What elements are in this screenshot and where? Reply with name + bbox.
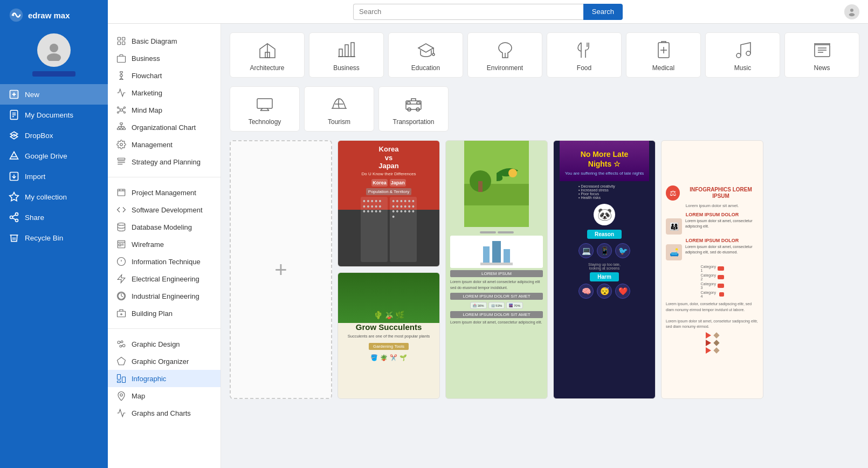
svg-rect-51 — [118, 158, 125, 160]
svg-rect-74 — [118, 375, 121, 380]
category-business-label: Business — [333, 64, 360, 72]
sidebar-item-new[interactable]: New — [0, 84, 108, 105]
menu-item-infographic[interactable]: Infographic — [108, 370, 221, 387]
template-infographic[interactable]: ⚖ INFOGRAPHICS LOREM IPSUM Lorem ipsum d… — [661, 140, 763, 399]
category-transportation[interactable]: Transportation — [378, 86, 449, 132]
sidebar-item-google-drive[interactable]: Google Drive — [0, 146, 108, 166]
svg-rect-24 — [122, 37, 125, 40]
svg-point-17 — [10, 216, 13, 219]
menu-item-flowchart[interactable]: Flowchart — [108, 67, 221, 84]
menu-item-database-modeling[interactable]: Database Modeling — [108, 218, 221, 236]
svg-line-38 — [119, 108, 120, 109]
category-food-label: Food — [577, 64, 591, 72]
menu-item-wireframe[interactable]: Wireframe — [108, 236, 221, 253]
category-food[interactable]: Food — [547, 32, 622, 78]
sidebar-label-share: Share — [25, 214, 44, 222]
app-title: edraw max — [28, 11, 70, 20]
sidebar-item-share[interactable]: Share — [0, 207, 108, 228]
add-template-card[interactable]: + — [230, 140, 332, 399]
template-landscape[interactable]: LOREM IPSUM Lorem ipsum dolor sit amet c… — [445, 140, 548, 399]
category-tourism[interactable]: Tourism — [304, 86, 374, 132]
menu-item-mind-map[interactable]: Mind Map — [108, 101, 221, 119]
food-icon — [575, 40, 594, 60]
template-night[interactable]: No More LateNights ☆ You are suffering t… — [553, 140, 656, 399]
svg-rect-97 — [257, 99, 272, 108]
kj-body-right: ☻☻☻☻☻☻☻☻☻☻☻☻☻☻☻☻☻☻☻ — [390, 197, 417, 262]
menu-item-basic-diagram[interactable]: Basic Diagram — [108, 32, 221, 50]
content-area: Basic Diagram Business Flowchart Marketi… — [108, 24, 868, 468]
user-avatar-top[interactable] — [844, 4, 859, 19]
category-business[interactable]: Business — [309, 32, 384, 78]
svg-rect-26 — [122, 42, 125, 45]
svg-rect-115 — [480, 263, 513, 265]
night-header: No More LateNights ☆ You are suffering t… — [560, 141, 650, 181]
menu-item-graphic-organizer[interactable]: Graphic Organizer — [108, 353, 221, 370]
kj-columns: Korea Japan — [371, 179, 406, 187]
svg-point-21 — [850, 9, 853, 12]
search-input[interactable] — [353, 4, 583, 20]
avatar[interactable] — [37, 33, 71, 67]
templates-section: + KoreavsJapan Do U Know their Differenc… — [230, 140, 859, 399]
menu-item-software-development[interactable]: Software Development — [108, 201, 221, 218]
plus-icon — [9, 89, 19, 100]
svg-rect-42 — [120, 123, 123, 125]
sidebar-item-dropbox[interactable]: DropBox — [0, 125, 108, 146]
search-button[interactable]: Search — [583, 4, 623, 20]
kj-subtitle: Do U Know their Differences — [362, 171, 416, 176]
menu-divider-2 — [108, 328, 221, 329]
sidebar-item-import[interactable]: Import — [0, 166, 108, 187]
menu-item-building-plan[interactable]: Building Plan — [108, 305, 221, 322]
template-korea-japan[interactable]: KoreavsJapan Do U Know their Differences… — [337, 140, 440, 267]
template-succulent[interactable]: 🌵 🪴 🌿 Grow Succulents Succulents are one… — [337, 272, 440, 399]
sidebar-item-my-documents[interactable]: My Documents — [0, 105, 108, 125]
category-architecture[interactable]: Architecture — [230, 32, 305, 78]
category-music-label: Music — [734, 64, 751, 72]
menu-item-org-chart[interactable]: Organizational Chart — [108, 119, 221, 136]
kj-body: ☻☻☻☻☻☻☻☻☻☻☻☻☻☻☻ ☻☻☻☻☻☻☻☻☻☻☻☻☻☻☻☻☻☻☻ — [361, 197, 417, 262]
sidebar-item-my-collection[interactable]: My collection — [0, 187, 108, 207]
menu-item-map[interactable]: Map — [108, 387, 221, 404]
night-mascot: 🐼 — [594, 204, 615, 225]
succulent-title: Grow Succulents — [356, 322, 422, 332]
menu-item-management[interactable]: Management — [108, 136, 221, 153]
menu-item-information-technique[interactable]: Information Technique — [108, 253, 221, 270]
menu-item-marketing[interactable]: Marketing — [108, 84, 221, 101]
user-profile[interactable] — [0, 28, 108, 84]
category-technology-label: Technology — [249, 118, 281, 126]
sidebar-item-recycle-bin[interactable]: Recycle Bin — [0, 228, 108, 248]
menu-item-graphs-charts[interactable]: Graphs and Charts — [108, 404, 221, 422]
svg-point-91 — [736, 53, 741, 58]
music-icon — [733, 40, 753, 60]
category-music[interactable]: Music — [705, 32, 780, 78]
menu-item-project-management[interactable]: Project Management — [108, 184, 221, 201]
svg-point-1 — [12, 14, 15, 16]
category-medical[interactable]: Medical — [626, 32, 701, 78]
category-environment[interactable]: Environment — [467, 32, 542, 78]
category-education[interactable]: Education — [388, 32, 463, 78]
tourism-icon — [329, 94, 349, 114]
night-subtitle: You are suffering the effects of late ni… — [565, 171, 644, 176]
sidebar-label-my-documents: My Documents — [25, 111, 73, 119]
svg-point-59 — [118, 223, 125, 226]
menu-item-graphic-design[interactable]: Graphic Design — [108, 335, 221, 353]
svg-line-19 — [12, 218, 16, 219]
sidebar-label-new: New — [25, 91, 39, 99]
svg-point-71 — [121, 341, 123, 343]
menu-item-business[interactable]: Business — [108, 50, 221, 67]
svg-point-2 — [50, 44, 58, 52]
svg-rect-93 — [815, 45, 830, 57]
menu-item-electrical-engineering[interactable]: Electrical Engineering — [108, 270, 221, 287]
menu-item-industrial-engineering[interactable]: Industrial Engineering — [108, 287, 221, 305]
category-medical-label: Medical — [652, 64, 674, 72]
menu-item-strategy-planning[interactable]: Strategy and Planning — [108, 153, 221, 170]
svg-marker-30 — [120, 78, 123, 80]
svg-line-39 — [122, 108, 123, 109]
star-icon — [9, 191, 19, 202]
category-technology[interactable]: Technology — [230, 86, 300, 132]
succulent-tools: Gardening Tools — [369, 343, 409, 350]
svg-rect-29 — [120, 75, 123, 77]
category-news[interactable]: News — [784, 32, 859, 78]
infographic-bars: Category 1 Category 2 Category 3 Ca — [701, 265, 724, 298]
svg-rect-23 — [118, 37, 120, 40]
kj-section: Population & Territory — [366, 188, 411, 195]
